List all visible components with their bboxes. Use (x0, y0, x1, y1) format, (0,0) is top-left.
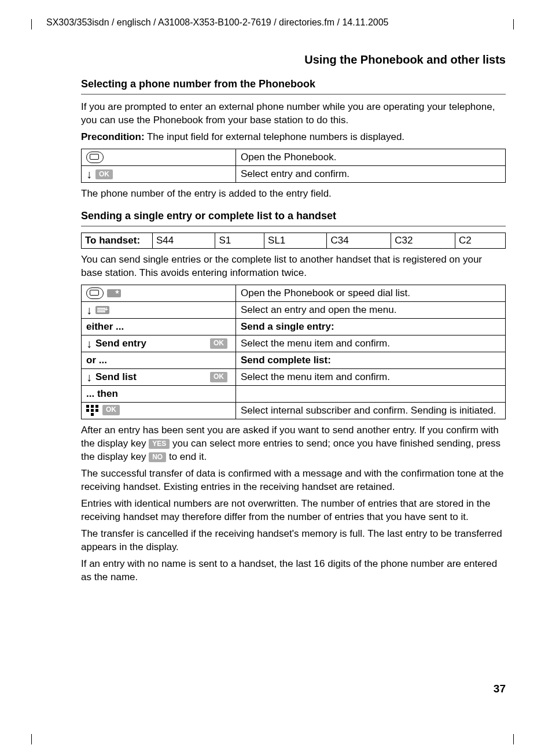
ok-key-icon: OK (95, 169, 113, 180)
send-list-label: Send list (95, 371, 137, 383)
crop-mark (513, 19, 514, 29)
paragraph: The transfer is cancelled if the receivi… (81, 528, 506, 554)
table-row: To handset: S44 S1 SL1 C34 C32 C2 (82, 233, 506, 249)
page-content: Selecting a phone number from the Phoneb… (81, 78, 506, 584)
description-cell: Select internal subscriber and confirm. … (236, 403, 506, 419)
paragraph: The successful transfer of data is confi… (81, 467, 506, 494)
table-row: ↓ Send entry OK Select the menu item and… (82, 335, 506, 352)
yes-key-icon: YES (149, 439, 170, 449)
subheading-sending: Sending a single entry or complete list … (81, 210, 506, 222)
paragraph: You can send single entries or the compl… (81, 253, 506, 280)
header-path: SX303/353isdn / englisch / A31008-X353-B… (46, 16, 506, 28)
ok-key-icon: OK (210, 338, 227, 349)
description-cell: Select an entry and open the menu. (236, 302, 506, 319)
empty-cell (236, 386, 506, 403)
handset-table: To handset: S44 S1 SL1 C34 C32 C2 (81, 233, 506, 249)
description-cell: Open the Phonebook or speed dial list. (236, 285, 506, 302)
action-cell (82, 149, 236, 166)
precondition: Precondition: The input field for extern… (81, 131, 506, 144)
action-cell: ↓ (82, 302, 236, 319)
send-single-label: Send a single entry: (236, 319, 506, 335)
table-row: Open the Phonebook or speed dial list. (82, 285, 506, 302)
paragraph: If you are prompted to enter an external… (81, 101, 506, 127)
table-row: OK Select internal subscriber and confir… (82, 403, 506, 419)
text-fragment: to end it. (166, 451, 207, 462)
description-cell: Select the menu item and confirm. (236, 335, 506, 352)
divider (81, 226, 506, 227)
no-key-icon: NO (149, 452, 166, 463)
paragraph: Entries with identical numbers are not o… (81, 497, 506, 524)
send-complete-label: Send complete list: (236, 352, 506, 369)
handset-cell: SL1 (264, 233, 327, 249)
subheading-selecting: Selecting a phone number from the Phoneb… (81, 78, 506, 90)
menu-icon (95, 306, 109, 314)
ok-key-icon: OK (210, 372, 227, 382)
handset-cell: S1 (215, 233, 264, 249)
then-label: ... then (82, 386, 236, 403)
crop-mark (513, 734, 514, 744)
handset-label: To handset: (82, 233, 153, 249)
document-page: SX303/353isdn / englisch / A31008-X353-B… (0, 0, 552, 756)
speed-dial-icon (107, 289, 121, 297)
phonebook-icon (86, 287, 104, 299)
arrow-down-icon: ↓ (86, 338, 92, 349)
divider (81, 94, 506, 95)
table-row: ↓ Select an entry and open the menu. (82, 302, 506, 319)
handset-cell: S44 (153, 233, 215, 249)
procedure-table-2: Open the Phonebook or speed dial list. ↓… (81, 285, 506, 419)
ok-key-icon: OK (102, 405, 120, 415)
either-label: either ... (82, 319, 236, 335)
arrow-down-icon: ↓ (86, 371, 92, 383)
page-number: 37 (494, 683, 506, 695)
action-cell: ↓ Send list OK (82, 369, 236, 386)
action-cell: ↓ OK (82, 166, 236, 183)
description-cell: Select the menu item and confirm. (236, 369, 506, 386)
crop-mark (31, 19, 32, 29)
precondition-text: The input field for external telephone n… (145, 131, 405, 142)
arrow-down-icon: ↓ (86, 168, 92, 180)
arrow-down-icon: ↓ (86, 304, 92, 316)
action-cell: OK (82, 403, 236, 419)
table-row: ↓ Send list OK Select the menu item and … (82, 369, 506, 386)
action-cell (82, 285, 236, 302)
crop-mark (31, 734, 32, 744)
table-row: ↓ OK Select entry and confirm. (82, 166, 506, 183)
paragraph: After an entry has been sent you are ask… (81, 424, 506, 464)
description-cell: Open the Phonebook. (236, 149, 506, 166)
or-label: or ... (82, 352, 236, 369)
section-title: Using the Phonebook and other lists (46, 53, 506, 67)
precondition-label: Precondition: (81, 131, 145, 142)
handset-cell: C2 (455, 233, 505, 249)
description-cell: Select entry and confirm. (236, 166, 506, 183)
paragraph: The phone number of the entry is added t… (81, 187, 506, 201)
handset-cell: C32 (391, 233, 455, 249)
handset-cell: C34 (327, 233, 391, 249)
table-row: ... then (82, 386, 506, 403)
keypad-icon (86, 405, 99, 415)
table-row: Open the Phonebook. (82, 149, 506, 166)
table-row: or ... Send complete list: (82, 352, 506, 369)
procedure-table-1: Open the Phonebook. ↓ OK Select entry an… (81, 149, 506, 183)
send-entry-label: Send entry (95, 338, 146, 349)
table-row: either ... Send a single entry: (82, 319, 506, 335)
action-cell: ↓ Send entry OK (82, 335, 236, 352)
phonebook-icon (86, 152, 104, 163)
paragraph: If an entry with no name is sent to a ha… (81, 558, 506, 584)
